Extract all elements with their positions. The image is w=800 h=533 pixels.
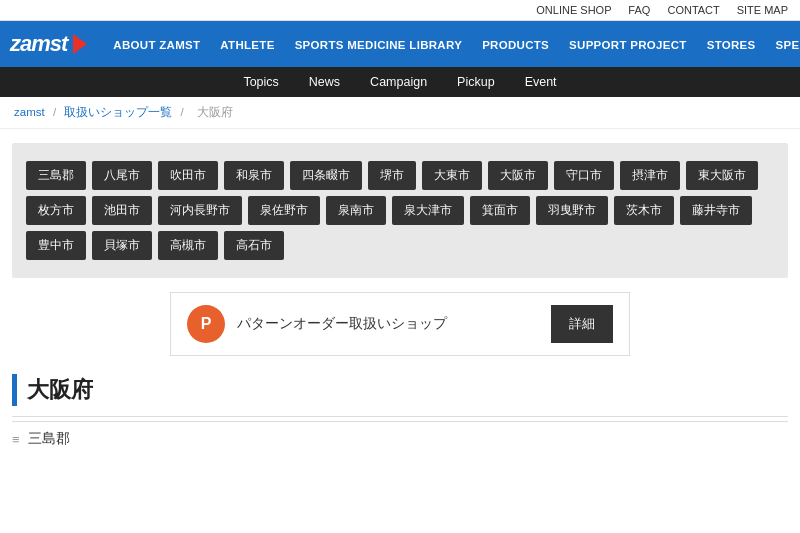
banner-section: P パターンオーダー取扱いショップ 詳細 xyxy=(12,292,788,356)
sub-nav: Topics News Campaign Pickup Event xyxy=(0,67,800,97)
logo-arrow-icon xyxy=(73,34,87,54)
tag-higashiosaka[interactable]: 東大阪市 xyxy=(686,161,758,190)
tag-moriguchi[interactable]: 守口市 xyxy=(554,161,614,190)
tag-habikino[interactable]: 羽曳野市 xyxy=(536,196,608,225)
tag-sennan[interactable]: 泉南市 xyxy=(326,196,386,225)
sub-section-label: 三島郡 xyxy=(28,430,70,448)
tag-osaka[interactable]: 大阪市 xyxy=(488,161,548,190)
tag-daito[interactable]: 大東市 xyxy=(422,161,482,190)
tag-suita[interactable]: 吹田市 xyxy=(158,161,218,190)
filter-tags: 三島郡 八尾市 吹田市 和泉市 四条畷市 堺市 大東市 大阪市 守口市 摂津市 … xyxy=(26,161,774,260)
tag-kawachinagano[interactable]: 河内長野市 xyxy=(158,196,242,225)
subnav-topics[interactable]: Topics xyxy=(243,75,278,89)
tag-sakai[interactable]: 堺市 xyxy=(368,161,416,190)
tag-yao[interactable]: 八尾市 xyxy=(92,161,152,190)
top-utility-bar: ONLINE SHOP FAQ CONTACT SITE MAP xyxy=(0,0,800,21)
tag-izumisano[interactable]: 泉佐野市 xyxy=(248,196,320,225)
tag-mishima[interactable]: 三島郡 xyxy=(26,161,86,190)
divider xyxy=(12,416,788,417)
tag-fujiidera[interactable]: 藤井寺市 xyxy=(680,196,752,225)
tag-ibaraki[interactable]: 茨木市 xyxy=(614,196,674,225)
tag-kaizuka[interactable]: 貝塚市 xyxy=(92,231,152,260)
subnav-pickup[interactable]: Pickup xyxy=(457,75,495,89)
main-nav: zamst ABOUT ZAMST ATHLETE SPORTS MEDICIN… xyxy=(0,21,800,67)
subnav-event[interactable]: Event xyxy=(525,75,557,89)
nav-athlete[interactable]: ATHLETE xyxy=(210,39,284,51)
subnav-campaign[interactable]: Campaign xyxy=(370,75,427,89)
subnav-news[interactable]: News xyxy=(309,75,340,89)
sub-section: ≡ 三島郡 xyxy=(12,421,788,456)
breadcrumb-separator-2: / xyxy=(180,106,186,118)
nav-special-contents[interactable]: SPECIAL CONTENTS xyxy=(766,39,800,51)
logo[interactable]: zamst xyxy=(10,31,93,57)
nav-sports-medicine[interactable]: SPORTS MEDICINE LIBRARY xyxy=(285,39,473,51)
banner-detail-button[interactable]: 詳細 xyxy=(551,305,613,343)
tag-toyonaka[interactable]: 豊中市 xyxy=(26,231,86,260)
contact-link[interactable]: CONTACT xyxy=(667,4,719,16)
breadcrumb-home[interactable]: zamst xyxy=(14,106,45,118)
breadcrumb: zamst / 取扱いショップ一覧 / 大阪府 xyxy=(0,97,800,129)
tag-izumiotsu[interactable]: 泉大津市 xyxy=(392,196,464,225)
tag-hirakata[interactable]: 枚方市 xyxy=(26,196,86,225)
nav-about[interactable]: ABOUT ZAMST xyxy=(103,39,210,51)
logo-text: zamst xyxy=(10,31,67,57)
nav-support-project[interactable]: SUPPORT PROJECT xyxy=(559,39,697,51)
section-equals-icon: ≡ xyxy=(12,432,20,447)
breadcrumb-separator-1: / xyxy=(53,106,59,118)
tag-izumi[interactable]: 和泉市 xyxy=(224,161,284,190)
banner-text: パターンオーダー取扱いショップ xyxy=(237,315,539,333)
nav-products[interactable]: PRODUCTS xyxy=(472,39,559,51)
nav-stores[interactable]: STORES xyxy=(697,39,766,51)
breadcrumb-shops[interactable]: 取扱いショップ一覧 xyxy=(64,106,172,118)
tag-takatsuki[interactable]: 高槻市 xyxy=(158,231,218,260)
breadcrumb-current: 大阪府 xyxy=(197,106,233,118)
banner-box: P パターンオーダー取扱いショップ 詳細 xyxy=(170,292,630,356)
section-title-text: 大阪府 xyxy=(27,375,93,405)
filter-area: 三島郡 八尾市 吹田市 和泉市 四条畷市 堺市 大東市 大阪市 守口市 摂津市 … xyxy=(12,143,788,278)
section-title-bar xyxy=(12,374,17,406)
tag-shijonawate[interactable]: 四条畷市 xyxy=(290,161,362,190)
pattern-order-icon: P xyxy=(187,305,225,343)
tag-ikeda[interactable]: 池田市 xyxy=(92,196,152,225)
tag-settsu[interactable]: 摂津市 xyxy=(620,161,680,190)
tag-minoo[interactable]: 箕面市 xyxy=(470,196,530,225)
tag-takaishi[interactable]: 高石市 xyxy=(224,231,284,260)
nav-items: ABOUT ZAMST ATHLETE SPORTS MEDICINE LIBR… xyxy=(103,37,800,52)
online-shop-link[interactable]: ONLINE SHOP xyxy=(536,4,611,16)
section-title-area: 大阪府 xyxy=(12,374,788,406)
faq-link[interactable]: FAQ xyxy=(628,4,650,16)
site-map-link[interactable]: SITE MAP xyxy=(737,4,788,16)
